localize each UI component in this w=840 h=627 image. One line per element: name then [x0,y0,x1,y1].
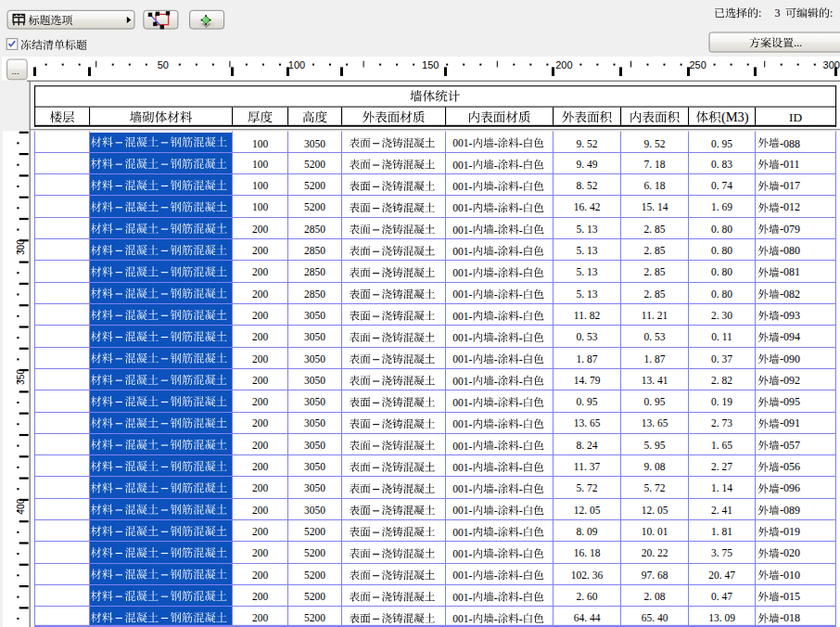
svg-text:2850: 2850 [304,266,325,277]
svg-text:9. 08: 9. 08 [644,461,666,472]
svg-text:200: 200 [252,505,269,516]
svg-text:3050: 3050 [304,482,325,493]
svg-text:-019: -019 [780,525,800,538]
svg-text:-012: -012 [780,200,800,213]
svg-text:10. 01: 10. 01 [642,526,668,537]
svg-text:...: ... [12,65,20,76]
svg-text:-090: -090 [780,352,800,365]
svg-text:5. 13: 5. 13 [577,224,598,235]
svg-text:200: 200 [252,569,269,581]
svg-text:0. 95: 0. 95 [711,138,732,149]
svg-text:200: 200 [252,612,269,623]
svg-text:-010: -010 [780,569,800,582]
svg-text:3050: 3050 [304,353,325,365]
svg-text:-088: -088 [780,137,800,150]
svg-text:3050: 3050 [304,417,325,429]
svg-text:0. 11: 0. 11 [711,331,732,342]
svg-text:200: 200 [252,547,269,558]
svg-text:1. 81: 1. 81 [711,526,732,537]
svg-text:0. 80: 0. 80 [711,266,732,277]
svg-text:13. 09: 13. 09 [708,612,735,623]
svg-text:-020: -020 [780,546,800,559]
svg-text:0. 95: 0. 95 [644,396,666,407]
svg-text:-056: -056 [780,460,800,473]
svg-text:9. 52: 9. 52 [577,138,598,149]
svg-text:-089: -089 [780,504,800,517]
svg-text:5200: 5200 [304,526,325,537]
svg-text:1. 65: 1. 65 [711,440,732,451]
svg-text:2. 85: 2. 85 [644,245,666,256]
svg-text:200: 200 [252,310,269,321]
svg-text:1. 69: 1. 69 [711,201,732,212]
svg-text:-081: -081 [780,265,800,278]
svg-text:-018: -018 [780,611,800,624]
svg-text:50: 50 [158,59,169,70]
svg-text:-092: -092 [780,374,800,387]
svg-text:200: 200 [252,591,269,602]
svg-text:200: 200 [252,482,269,493]
svg-text:15. 14: 15. 14 [642,201,668,212]
svg-text:...: ... [794,36,802,49]
svg-text:2. 08: 2. 08 [644,591,666,602]
svg-text:2. 41: 2. 41 [711,505,732,516]
svg-text:12. 05: 12. 05 [574,505,601,516]
svg-text:12. 05: 12. 05 [642,505,668,516]
svg-text:200: 200 [252,375,269,386]
svg-text:3050: 3050 [304,310,325,321]
svg-text:3050: 3050 [304,331,325,342]
svg-text:3050: 3050 [304,396,325,407]
svg-text:2. 85: 2. 85 [644,288,666,300]
svg-text:0. 53: 0. 53 [577,331,598,342]
svg-text:200: 200 [252,288,269,300]
svg-text:(M3): (M3) [721,109,749,125]
svg-text:200: 200 [252,353,269,365]
svg-text:400: 400 [16,498,26,514]
svg-text:6. 18: 6. 18 [644,180,666,191]
svg-text:0. 80: 0. 80 [711,245,732,256]
svg-text:200: 200 [252,224,269,235]
svg-text:ID: ID [789,110,802,124]
svg-text:65. 40: 65. 40 [642,612,668,623]
svg-text:0. 80: 0. 80 [711,224,732,235]
svg-text:-095: -095 [780,395,800,408]
svg-text:1. 87: 1. 87 [577,353,598,365]
svg-text:2850: 2850 [304,245,325,256]
svg-text:-091: -091 [780,416,800,429]
svg-text:14. 79: 14. 79 [574,375,601,386]
svg-text:1. 87: 1. 87 [644,353,666,365]
svg-text:-015: -015 [780,590,800,603]
svg-text:0. 74: 0. 74 [711,180,732,191]
svg-text:250: 250 [689,59,706,70]
svg-text:8. 24: 8. 24 [577,440,598,451]
svg-text:5200: 5200 [304,569,325,581]
svg-text:3050: 3050 [304,138,325,149]
svg-text:9. 49: 9. 49 [577,159,598,170]
svg-text:350: 350 [16,369,26,385]
svg-text:300: 300 [823,59,840,70]
svg-text:3050: 3050 [304,461,325,472]
svg-text:200: 200 [555,59,572,70]
svg-text:2. 60: 2. 60 [577,591,598,602]
svg-text:-057: -057 [780,439,800,452]
svg-text:2. 85: 2. 85 [644,266,666,277]
svg-text:150: 150 [422,59,439,70]
svg-text:5. 13: 5. 13 [577,245,598,256]
svg-text:5. 13: 5. 13 [577,266,598,277]
svg-text:97. 68: 97. 68 [642,569,668,581]
svg-text:100: 100 [252,180,269,191]
svg-text:200: 200 [252,331,269,342]
svg-text:200: 200 [252,526,269,537]
svg-text:200: 200 [252,417,269,429]
svg-text:8. 09: 8. 09 [577,526,598,537]
svg-text:102. 36: 102. 36 [571,569,604,581]
svg-text:11. 21: 11. 21 [642,310,668,321]
svg-text:11. 82: 11. 82 [574,310,601,321]
svg-text:-094: -094 [780,330,800,343]
svg-text:13. 41: 13. 41 [642,375,668,386]
svg-text::: : [758,6,761,19]
svg-text:-096: -096 [780,481,800,494]
svg-text:13. 65: 13. 65 [642,417,668,429]
svg-text:2850: 2850 [304,288,325,300]
svg-text:9. 52: 9. 52 [644,138,666,149]
svg-text:1. 14: 1. 14 [711,482,732,493]
